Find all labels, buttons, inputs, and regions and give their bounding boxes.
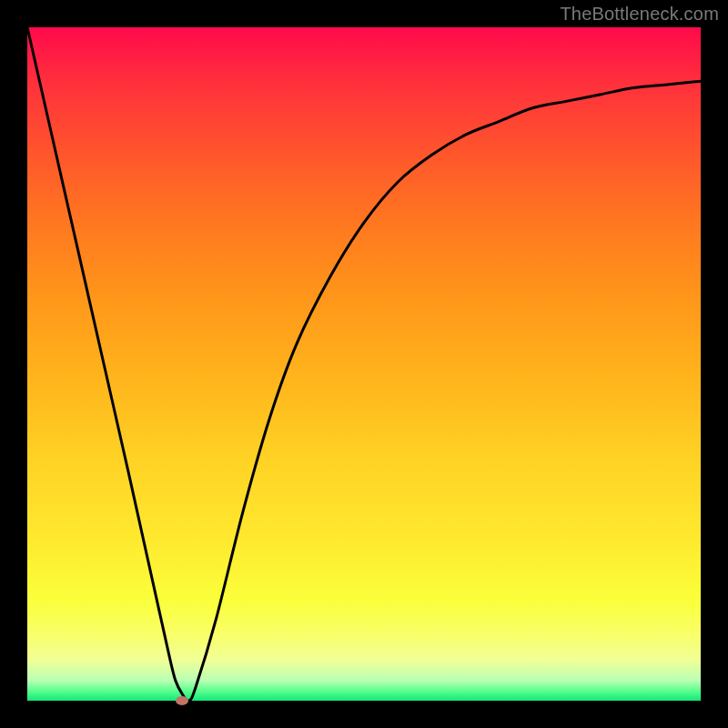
watermark-text: TheBottleneck.com — [560, 4, 719, 25]
curve-path — [27, 27, 701, 701]
minimum-marker — [176, 696, 188, 705]
plot-area — [27, 27, 701, 701]
chart-frame: TheBottleneck.com — [0, 0, 728, 728]
bottleneck-curve — [27, 27, 701, 701]
